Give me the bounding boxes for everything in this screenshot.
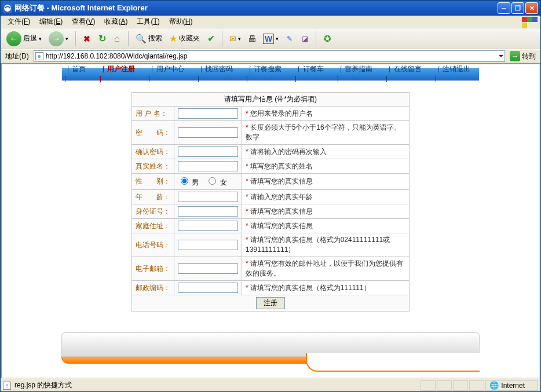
word-icon: W	[263, 34, 274, 44]
discuss-button[interactable]: ✎	[283, 32, 296, 45]
home-button[interactable]: ⌂	[111, 32, 123, 45]
menu-v[interactable]: 查看(V)	[67, 16, 100, 28]
text-input[interactable]	[178, 192, 238, 202]
field-hint: *请输入您的真实年龄	[242, 190, 410, 204]
field-label: 用 户 名：	[132, 107, 174, 121]
menu-f[interactable]: 文件(F)	[3, 16, 35, 28]
mail-button[interactable]: ✉▾	[227, 31, 243, 47]
nav-item[interactable]: ［ 用户中心 ］	[146, 64, 192, 84]
page: ［ 首页 ］［ 用户注册 ］［ 用户中心 ］［ 找回密码 ］［ 订餐搜索 ］［ …	[2, 64, 539, 369]
form-row: 电子邮箱：*请填写您有效的邮件地址，以便于我们为您提供有效的服务。	[132, 257, 410, 281]
form-row: 真实姓名：*填写您的真实的姓名	[132, 159, 410, 174]
stop-button[interactable]: ✖	[81, 32, 93, 45]
field-hint: *请填写您的真实信息	[242, 204, 410, 219]
print-button[interactable]: 🖶	[246, 32, 258, 45]
field-hint: *请填写您的真实信息（格式为111111）	[242, 281, 410, 295]
menu-e[interactable]: 编辑(E)	[35, 16, 67, 28]
field-hint: *请填写您的真实信息	[242, 174, 410, 190]
nav-item[interactable]: ［ 营养指南 ］	[335, 64, 381, 84]
maximize-button[interactable]: ❐	[511, 2, 524, 14]
text-input[interactable]	[178, 161, 238, 171]
field-input-cell	[174, 190, 242, 204]
nav-item[interactable]: ［ 在线留言 ］	[383, 64, 430, 84]
nav-item[interactable]: ［ 注销退出 ］	[433, 64, 479, 84]
ie-window: 网络订餐 - Microsoft Internet Explorer ─ ❐ ✕…	[0, 0, 541, 392]
nav-item[interactable]: ［ 订餐搜索 ］	[244, 64, 290, 84]
nav-item[interactable]: ［ 首页 ］	[62, 64, 95, 84]
text-input[interactable]	[178, 206, 238, 217]
page-footer	[61, 332, 480, 369]
form-row: 电话号码：*请填写您的真实信息（格式为02411111111或139111111…	[132, 233, 410, 257]
address-url: http://192.168.0.102:8080/Wldc/qiantai/r…	[46, 52, 496, 60]
field-input-cell	[174, 107, 242, 121]
window-buttons: ─ ❐ ✕	[498, 2, 538, 14]
field-hint: *请填写您有效的邮件地址，以便于我们为您提供有效的服务。	[242, 257, 410, 281]
nav-item[interactable]: ［ 订餐车 ］	[293, 64, 332, 84]
text-input[interactable]	[178, 108, 238, 119]
research-button[interactable]: ◪	[298, 32, 311, 45]
back-button[interactable]: ← 后退 ▾	[4, 31, 44, 47]
status-pane	[437, 380, 452, 391]
radio-option[interactable]: 男	[178, 175, 199, 188]
menu-h[interactable]: 帮助(H)	[165, 16, 198, 28]
text-input[interactable]	[178, 263, 238, 274]
text-input[interactable]	[178, 221, 238, 231]
field-label: 身份证号：	[132, 204, 174, 219]
form-row: 性 别： 男 女*请填写您的真实信息	[132, 174, 410, 190]
page-icon: e	[3, 382, 11, 390]
menu-t[interactable]: 工具(T)	[132, 16, 164, 28]
nav-item[interactable]: ［ 找回密码 ］	[195, 64, 242, 84]
back-label: 后退	[23, 34, 37, 43]
field-input-cell	[174, 233, 242, 257]
field-hint: *您用来登录的用户名	[242, 107, 410, 121]
form-row: 确认密码：*请将输入的密码再次输入	[132, 145, 410, 159]
menu-a[interactable]: 收藏(A)	[100, 16, 132, 28]
menubar: 文件(F)编辑(E)查看(V)收藏(A)工具(T)帮助(H)	[1, 16, 540, 28]
ie-logo-icon	[3, 3, 12, 13]
address-input[interactable]: e http://192.168.0.102:8080/Wldc/qiantai…	[34, 50, 505, 62]
text-input[interactable]	[178, 146, 238, 157]
search-button[interactable]: 🔍 搜索	[133, 31, 165, 47]
address-dropdown-icon[interactable]	[499, 55, 503, 57]
back-icon: ←	[6, 31, 21, 46]
windows-flag-icon	[522, 17, 538, 28]
messenger-button[interactable]: ✪	[321, 32, 334, 45]
form-row: 邮政编码：*请填写您的真实信息（格式为111111）	[132, 281, 410, 295]
field-input-cell	[174, 219, 242, 233]
forward-button[interactable]: → ▾	[46, 31, 71, 47]
edit-button[interactable]: W▾	[261, 31, 281, 47]
favorites-button[interactable]: ★ 收藏夹	[167, 31, 202, 47]
status-zone-label: Internet	[501, 382, 525, 390]
radio-option[interactable]: 女	[206, 175, 226, 188]
titlebar: 网络订餐 - Microsoft Internet Explorer ─ ❐ ✕	[1, 1, 540, 16]
status-bar: e reg.jsp 的快捷方式 🌐 Internet	[1, 379, 540, 391]
field-hint: *填写您的真实的姓名	[242, 159, 410, 174]
field-label: 年 龄：	[132, 190, 174, 204]
text-input[interactable]	[178, 240, 238, 250]
go-button[interactable]: → 转到	[507, 51, 538, 61]
nav-item[interactable]: ［ 用户注册 ］	[97, 64, 144, 84]
page-icon: e	[35, 52, 43, 60]
history-button[interactable]: ✔	[204, 32, 217, 45]
radio-input[interactable]	[181, 177, 188, 185]
minimize-button[interactable]: ─	[498, 2, 510, 14]
field-label: 真实姓名：	[132, 159, 174, 174]
field-label: 电话号码：	[132, 233, 174, 257]
status-text: reg.jsp 的快捷方式	[14, 380, 72, 390]
toolbar-separator	[128, 31, 129, 46]
go-icon: →	[510, 51, 520, 61]
close-button[interactable]: ✕	[525, 2, 538, 14]
field-input-cell	[174, 257, 242, 281]
form-header: 请填写用户信息 (带*为必填项)	[132, 93, 410, 107]
address-label: 地址(D)	[3, 52, 31, 61]
address-bar: 地址(D) e http://192.168.0.102:8080/Wldc/q…	[1, 49, 540, 63]
favorites-label: 收藏夹	[179, 34, 200, 43]
mail-icon: ✉	[229, 34, 236, 43]
submit-button[interactable]: 注册	[256, 297, 285, 309]
radio-input[interactable]	[209, 177, 216, 185]
text-input[interactable]	[178, 283, 238, 293]
text-input[interactable]	[178, 127, 238, 138]
field-hint: *长度必须大于5个小于16个字符，只能为英语字、数字	[242, 121, 410, 145]
field-label: 电子邮箱：	[132, 257, 174, 281]
refresh-button[interactable]: ↻	[96, 32, 108, 45]
